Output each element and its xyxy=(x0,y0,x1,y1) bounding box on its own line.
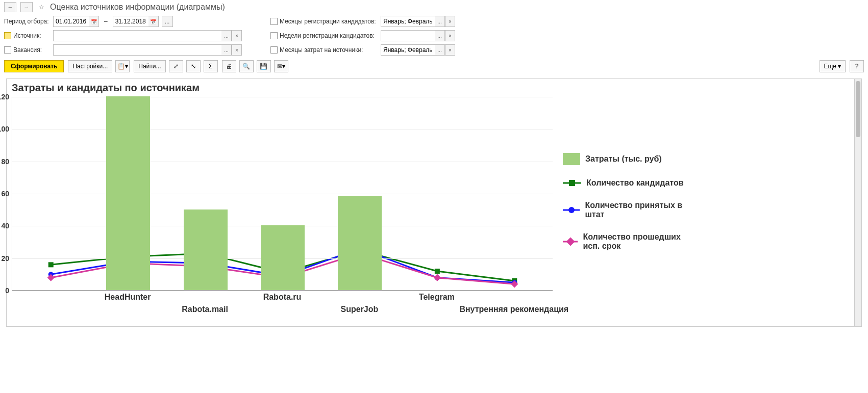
legend-item: Количество прошедших исп. срок xyxy=(563,232,696,251)
months-cost-clear-button[interactable]: × xyxy=(445,44,455,56)
y-tick: 20 xyxy=(0,254,9,263)
settings-button[interactable]: Настройки... xyxy=(68,60,112,72)
months-cost-checkbox[interactable] xyxy=(270,46,278,54)
period-select-button[interactable]: ... xyxy=(162,16,173,27)
save-button[interactable]: 💾 xyxy=(257,60,271,72)
x-axis-labels: AvitoHeadHunterRabota.mailRabota.ruSuper… xyxy=(12,291,553,321)
period-label: Период отбора: xyxy=(4,18,50,25)
vertical-scrollbar[interactable] xyxy=(854,79,861,326)
weeks-reg-checkbox[interactable] xyxy=(270,32,278,39)
favorite-star-icon[interactable]: ☆ xyxy=(37,3,46,12)
months-reg-label: Месяцы регистрации кандидатов: xyxy=(280,18,376,25)
y-tick: 120 xyxy=(0,93,9,101)
generate-button[interactable]: Сформировать xyxy=(4,60,64,72)
chart-bar xyxy=(184,209,228,290)
source-checkbox[interactable] xyxy=(4,32,11,39)
weeks-reg-input[interactable] xyxy=(381,30,435,41)
vacancy-label: Вакансия: xyxy=(13,46,42,54)
legend-item: Количество кандидатов xyxy=(563,178,696,188)
y-tick: 40 xyxy=(0,222,9,230)
svg-rect-14 xyxy=(47,274,55,281)
date-separator: – xyxy=(102,18,110,25)
svg-rect-5 xyxy=(435,269,440,274)
chart-legend: Затраты (тыс. руб)Количество кандидатовК… xyxy=(563,97,696,321)
calendar-icon[interactable]: 📅 xyxy=(148,16,159,27)
back-button[interactable]: ← xyxy=(4,2,16,12)
chart-bar xyxy=(106,96,150,290)
email-button[interactable]: ✉▾ xyxy=(274,60,288,72)
date-to-input[interactable] xyxy=(113,16,148,27)
months-reg-select-button[interactable]: ... xyxy=(435,16,445,27)
sum-button[interactable]: Σ xyxy=(204,60,218,72)
months-reg-checkbox[interactable] xyxy=(270,18,278,25)
collapse-rows-button[interactable]: ⤡ xyxy=(186,60,201,72)
chart-container: Затраты и кандидаты по источникам 020406… xyxy=(6,78,862,327)
svg-rect-0 xyxy=(48,262,54,267)
weeks-reg-clear-button[interactable]: × xyxy=(445,30,455,41)
legend-item: Количество принятых в штат xyxy=(563,201,696,219)
date-from-input[interactable] xyxy=(53,16,89,27)
forward-button[interactable]: → xyxy=(20,2,33,12)
months-cost-select-button[interactable]: ... xyxy=(435,44,445,56)
expand-rows-button[interactable]: ⤢ xyxy=(169,60,183,72)
preview-button[interactable]: 🔍 xyxy=(239,60,254,72)
x-axis-label: Telegram xyxy=(419,293,455,302)
page-title: Оценка источников информации (диаграммы) xyxy=(50,3,225,12)
y-tick: 100 xyxy=(0,125,9,133)
source-input[interactable] xyxy=(53,30,221,41)
y-tick: 0 xyxy=(0,286,9,295)
months-cost-input[interactable] xyxy=(381,44,435,56)
x-axis-label: HeadHunter xyxy=(105,293,151,302)
legend-item: Затраты (тыс. руб) xyxy=(563,153,696,165)
months-cost-label: Месяцы затрат на источники: xyxy=(280,46,363,54)
chart-bar xyxy=(338,196,382,290)
months-reg-input[interactable] xyxy=(381,16,435,27)
source-clear-button[interactable]: × xyxy=(232,30,242,41)
weeks-reg-label: Недели регистрации кандидатов: xyxy=(280,32,375,39)
scrollbar-thumb[interactable] xyxy=(856,81,860,137)
source-label: Источник: xyxy=(13,32,41,39)
x-axis-label: SuperJob xyxy=(341,305,379,314)
source-select-button[interactable]: ... xyxy=(221,30,232,41)
variants-button[interactable]: 📋▾ xyxy=(115,60,130,72)
chart-plot: 020406080100120 xyxy=(12,97,553,291)
vacancy-select-button[interactable]: ... xyxy=(221,44,232,56)
help-button[interactable]: ? xyxy=(850,60,864,72)
x-axis-label: Rabota.mail xyxy=(182,305,228,314)
x-axis-label: Внутренняя рекомендация xyxy=(459,305,568,314)
months-reg-clear-button[interactable]: × xyxy=(445,16,455,27)
y-tick: 80 xyxy=(0,158,9,166)
chart-title: Затраты и кандидаты по источникам xyxy=(7,79,861,97)
svg-rect-19 xyxy=(434,274,441,281)
calendar-icon[interactable]: 📅 xyxy=(89,16,99,27)
y-tick: 60 xyxy=(0,190,9,198)
find-button[interactable]: Найти... xyxy=(134,60,165,72)
chart-bar xyxy=(261,225,305,290)
more-button[interactable]: Еще ▾ xyxy=(820,60,846,72)
print-button[interactable]: 🖨 xyxy=(222,60,236,72)
weeks-reg-select-button[interactable]: ... xyxy=(435,30,445,41)
vacancy-checkbox[interactable] xyxy=(4,46,11,54)
x-axis-label: Rabota.ru xyxy=(263,293,302,302)
vacancy-input[interactable] xyxy=(53,44,221,56)
vacancy-clear-button[interactable]: × xyxy=(232,44,242,56)
